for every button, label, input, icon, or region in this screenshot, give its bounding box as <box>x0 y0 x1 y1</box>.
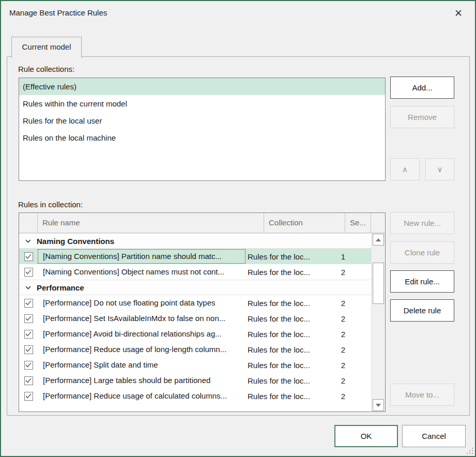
move-to-button[interactable]: Move to... <box>390 384 454 406</box>
rule-name-cell[interactable]: [Performance] Split date and time <box>38 358 245 372</box>
dialog-title: Manage Best Practice Rules <box>9 8 107 17</box>
checkbox-column-header[interactable] <box>19 213 38 233</box>
remove-button[interactable]: Remove <box>390 106 454 128</box>
rule-checkbox[interactable] <box>24 268 33 277</box>
rule-row[interactable]: [Performance] Set IsAvailableInMdx to fa… <box>19 311 371 326</box>
resize-grip[interactable] <box>466 447 473 454</box>
rule-severity-cell[interactable]: 2 <box>327 345 349 354</box>
rule-name-cell[interactable]: [Naming Conventions] Object names must n… <box>38 265 245 279</box>
clone-rule-button[interactable]: Clone rule <box>390 241 454 264</box>
collection-column-header[interactable]: Collection <box>264 213 345 233</box>
rule-severity-cell[interactable]: 2 <box>327 299 349 308</box>
tab-panel: Rule collections: (Effective rules)Rules… <box>7 56 470 416</box>
ok-button[interactable]: OK <box>334 425 398 447</box>
collection-list-item[interactable]: Rules for the local user <box>19 112 385 129</box>
group-label: Performance <box>37 283 84 292</box>
rule-checkbox-cell <box>19 252 38 261</box>
rule-row[interactable]: [Naming Conventions] Object names must n… <box>19 264 371 280</box>
rule-row[interactable]: [Performance] Reduce usage of calculated… <box>19 388 371 404</box>
rule-checkbox-cell <box>19 268 38 277</box>
new-rule-button[interactable]: New rule... <box>390 212 454 234</box>
vertical-scrollbar[interactable] <box>371 233 385 412</box>
group-row[interactable]: Naming Conventions <box>19 233 371 249</box>
rules-grid-body: Naming Conventions[Naming Conventions] P… <box>19 233 371 412</box>
collection-list-item[interactable]: (Effective rules) <box>19 78 385 95</box>
rule-name-cell[interactable]: [Performance] Do not use floating point … <box>38 296 245 310</box>
rule-row[interactable]: [Performance] Split date and timeRules f… <box>19 357 371 373</box>
chevron-down-icon[interactable] <box>25 239 34 243</box>
rule-collection-cell[interactable]: Rules for the loc... <box>245 392 327 401</box>
rule-severity-cell[interactable]: 2 <box>327 392 349 401</box>
tab-current-model[interactable]: Current model <box>11 37 82 58</box>
rule-checkbox[interactable] <box>24 330 33 339</box>
delete-rule-button[interactable]: Delete rule <box>390 299 454 322</box>
titlebar: Manage Best Practice Rules ✕ <box>1 1 475 26</box>
move-down-button[interactable]: ∨ <box>425 158 454 180</box>
rule-row[interactable]: [Performance] Avoid bi-directional relat… <box>19 326 371 342</box>
rule-collection-cell[interactable]: Rules for the loc... <box>245 299 327 308</box>
collection-list-item[interactable]: Rules on the local machine <box>19 129 385 146</box>
scroll-up-icon[interactable] <box>373 234 384 246</box>
move-up-button[interactable]: ∧ <box>390 158 420 180</box>
group-label: Naming Conventions <box>37 237 114 246</box>
rule-row[interactable]: [Performance] Do not use floating point … <box>19 295 371 311</box>
rule-severity-cell[interactable]: 2 <box>327 361 349 370</box>
rule-collection-cell[interactable]: Rules for the loc... <box>245 314 327 323</box>
rule-row[interactable]: [Performance] Reduce usage of long-lengt… <box>19 342 371 357</box>
edit-rule-button[interactable]: Edit rule... <box>390 270 454 293</box>
rule-checkbox-cell <box>19 330 38 339</box>
group-row[interactable]: Performance <box>19 280 371 295</box>
rule-row[interactable]: [Performance] Large tables should be par… <box>19 373 371 388</box>
rule-checkbox-cell <box>19 361 38 370</box>
rule-name-cell[interactable]: [Performance] Avoid bi-directional relat… <box>38 327 245 341</box>
rule-collection-cell[interactable]: Rules for the loc... <box>245 345 327 354</box>
rule-checkbox-cell <box>19 376 38 385</box>
rule-severity-cell[interactable]: 2 <box>327 376 349 385</box>
rule-severity-cell[interactable]: 1 <box>327 252 349 261</box>
rule-checkbox-cell <box>19 314 38 323</box>
rule-row[interactable]: [Naming Conventions] Partition name shou… <box>19 249 371 264</box>
scroll-down-icon[interactable] <box>373 399 384 411</box>
rule-name-cell[interactable]: [Performance] Reduce usage of long-lengt… <box>38 342 245 357</box>
rule-severity-cell[interactable]: 2 <box>327 268 349 277</box>
rule-collection-cell[interactable]: Rules for the loc... <box>245 330 327 339</box>
rule-name-cell[interactable]: [Performance] Set IsAvailableInMdx to fa… <box>38 311 245 326</box>
rule-collection-cell[interactable]: Rules for the loc... <box>245 268 327 277</box>
rule-collections-list[interactable]: (Effective rules)Rules within the curren… <box>19 78 386 181</box>
rules-grid: Rule name Collection Se... Naming Conven… <box>19 212 386 412</box>
rule-checkbox-cell <box>19 345 38 354</box>
close-icon[interactable]: ✕ <box>451 6 466 21</box>
rule-collections-label: Rule collections: <box>18 65 74 73</box>
add-button[interactable]: Add... <box>390 77 454 99</box>
rules-in-collection-label: Rules in collection: <box>18 200 83 209</box>
rule-name-column-header[interactable]: Rule name <box>38 213 264 233</box>
rule-name-cell[interactable]: [Performance] Reduce usage of calculated… <box>38 389 245 403</box>
rule-collection-cell[interactable]: Rules for the loc... <box>245 376 327 385</box>
rule-checkbox[interactable] <box>24 252 33 261</box>
scrollbar-column-header <box>371 213 385 233</box>
chevron-down-icon[interactable] <box>25 286 34 290</box>
rule-checkbox-cell <box>19 392 38 401</box>
collection-list-item[interactable]: Rules within the current model <box>19 95 385 112</box>
rule-checkbox[interactable] <box>24 314 33 323</box>
rules-grid-header: Rule name Collection Se... <box>19 213 385 233</box>
rule-checkbox[interactable] <box>24 345 33 354</box>
rule-collection-cell[interactable]: Rules for the loc... <box>245 361 327 370</box>
rule-name-cell[interactable]: [Performance] Large tables should be par… <box>38 373 245 388</box>
manage-best-practice-rules-dialog: Manage Best Practice Rules ✕ Current mod… <box>0 0 476 457</box>
severity-column-header[interactable]: Se... <box>345 213 371 233</box>
rule-checkbox[interactable] <box>24 361 33 370</box>
rule-checkbox[interactable] <box>24 299 33 308</box>
cancel-button[interactable]: Cancel <box>402 425 466 447</box>
scrollbar-thumb[interactable] <box>373 263 384 304</box>
rule-checkbox[interactable] <box>24 392 33 401</box>
rule-name-cell[interactable]: [Naming Conventions] Partition name shou… <box>38 249 245 264</box>
rule-severity-cell[interactable]: 2 <box>327 330 349 339</box>
rule-checkbox-cell <box>19 299 38 308</box>
rule-checkbox[interactable] <box>24 376 33 385</box>
rule-collection-cell[interactable]: Rules for the loc... <box>245 252 327 261</box>
rule-severity-cell[interactable]: 2 <box>327 314 349 323</box>
